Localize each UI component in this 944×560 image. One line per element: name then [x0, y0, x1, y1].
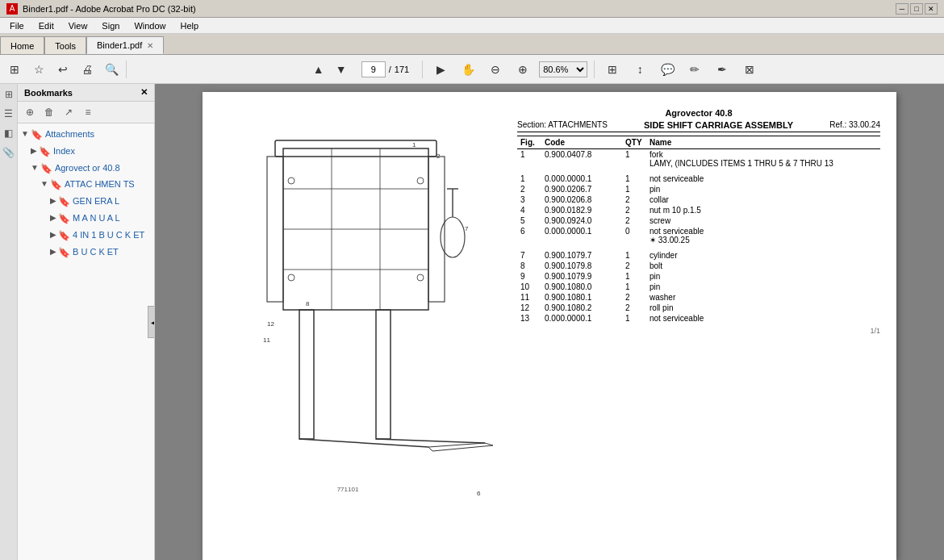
- maximize-button[interactable]: □: [910, 3, 923, 15]
- svg-rect-12: [299, 310, 314, 439]
- menu-view[interactable]: View: [62, 19, 94, 32]
- draw-button[interactable]: ✒: [711, 58, 733, 81]
- menu-window[interactable]: Window: [127, 19, 172, 32]
- bookmark-label: Attachments: [45, 128, 94, 140]
- svg-text:7: 7: [465, 225, 469, 232]
- menu-edit[interactable]: Edit: [32, 19, 61, 32]
- new-bookmark-button[interactable]: ⊕: [21, 103, 39, 121]
- cell-fig: 9: [517, 271, 541, 282]
- expand-bookmark-button[interactable]: ↗: [60, 103, 77, 121]
- fit-width-button[interactable]: ↕: [629, 58, 651, 81]
- bookmark-4in1bucket[interactable]: ▶ 🔖 4 IN 1 B U C K ET: [18, 228, 154, 244]
- bookmark-label: Agrovect or 40.8: [55, 162, 120, 173]
- expand-arrow[interactable]: ▶: [50, 212, 56, 224]
- minimize-button[interactable]: ─: [896, 3, 908, 15]
- expand-arrow[interactable]: ▼: [31, 162, 39, 173]
- expand-arrow[interactable]: ▶: [50, 246, 56, 257]
- expand-arrow[interactable]: ▶: [50, 195, 56, 207]
- pdf-table-area: Agrovector 40.8 Section: ATTACHMENTS SID…: [517, 108, 880, 495]
- bookmark-button[interactable]: ☆: [27, 58, 50, 81]
- pdf-area[interactable]: 1 2 7 8 12 11 6 13 771101 Agrov: [155, 84, 944, 560]
- cell-name: washer: [646, 292, 880, 303]
- print-button[interactable]: 🖨: [76, 58, 98, 81]
- prev-page-button[interactable]: ▲: [310, 61, 328, 78]
- bookmark-attachments[interactable]: ▼ 🔖 Attachments: [18, 127, 154, 144]
- bookmark-general[interactable]: ▶ 🔖 GEN ERA L: [18, 194, 154, 211]
- expand-arrow[interactable]: ▶: [31, 145, 37, 157]
- expand-arrow[interactable]: ▼: [40, 178, 48, 190]
- bookmark-icon: 🔖: [40, 162, 52, 176]
- bookmark-attachments2[interactable]: ▼ 🔖 ATTAC HMEN TS: [18, 177, 154, 194]
- bookmark-manual[interactable]: ▶ 🔖 M A N U A L: [18, 211, 154, 228]
- svg-line-15: [376, 439, 485, 443]
- pdf-parts-table: Fig. Code QTY Name 1 0.900.0407.8 1 fork…: [517, 136, 880, 324]
- drawing-svg: 1 2 7 8 12 11 6 13 771101: [219, 108, 509, 495]
- cell-qty: 0: [622, 226, 646, 245]
- zoom-select[interactable]: 50% 75% 80.6% 100% 125% 150% 200%: [539, 61, 587, 77]
- page-navigation: / 171: [361, 61, 409, 77]
- cell-fig: 2: [517, 184, 541, 194]
- bookmark-label: GEN ERA L: [73, 195, 119, 207]
- total-pages: 171: [395, 65, 409, 74]
- svg-marker-16: [428, 443, 493, 451]
- bookmark-index[interactable]: ▶ 🔖 Index: [18, 144, 154, 161]
- zoom-out-button[interactable]: ⊖: [484, 58, 507, 81]
- menu-sign[interactable]: Sign: [95, 19, 126, 32]
- bookmark-bucket[interactable]: ▶ 🔖 B U C K ET: [18, 244, 154, 261]
- expand-arrow[interactable]: ▼: [21, 128, 29, 140]
- zoom-in-button[interactable]: ⊕: [512, 58, 534, 81]
- table-row: 12 0.900.1080.2 2 roll pin: [517, 303, 880, 313]
- cell-name: not serviceable✶ 33.00.25: [646, 226, 880, 245]
- pdf-agrovector-label: Agrovector 40.8: [517, 108, 880, 118]
- prev-view-button[interactable]: ↩: [52, 58, 74, 81]
- tab-tools[interactable]: Tools: [44, 36, 86, 54]
- svg-text:1: 1: [412, 141, 416, 148]
- markup-button[interactable]: ✏: [683, 58, 706, 81]
- page-thumbnails-icon[interactable]: ⊞: [2, 87, 16, 102]
- search-button[interactable]: 🔍: [100, 58, 123, 81]
- cell-fig: 12: [517, 303, 541, 313]
- tab-close-icon[interactable]: ✕: [147, 41, 153, 50]
- cell-name: pin: [646, 271, 880, 282]
- cell-name: not serviceable: [646, 313, 880, 324]
- stamp-button[interactable]: ⊠: [738, 58, 761, 81]
- delete-bookmark-button[interactable]: 🗑: [40, 103, 58, 121]
- select-tool-button[interactable]: ▶: [429, 58, 452, 81]
- svg-rect-6: [267, 157, 283, 302]
- new-window-button[interactable]: ⊞: [3, 58, 26, 81]
- menu-help[interactable]: Help: [174, 19, 206, 32]
- cell-name: screw: [646, 215, 880, 226]
- table-row: 1 0.000.0000.1 1 not serviceable: [517, 173, 880, 184]
- table-row: 1 0.900.0407.8 1 forkLAMY, (INCLUDES ITE…: [517, 149, 880, 169]
- window-controls[interactable]: ─ □ ✕: [896, 3, 938, 15]
- tab-home[interactable]: Home: [0, 36, 44, 54]
- layers-icon[interactable]: ◧: [2, 126, 16, 140]
- pan-tool-button[interactable]: ✋: [457, 58, 479, 81]
- expand-arrow[interactable]: ▶: [50, 229, 56, 240]
- cell-qty: 2: [622, 303, 646, 313]
- cell-qty: 1: [622, 313, 646, 324]
- close-button[interactable]: ✕: [925, 3, 938, 15]
- bookmarks-icon[interactable]: ☰: [2, 107, 16, 121]
- table-row: 5 0.900.0924.0 2 screw: [517, 215, 880, 226]
- bookmark-agrovector[interactable]: ▼ 🔖 Agrovect or 40.8: [18, 161, 154, 178]
- comment-button[interactable]: 💬: [656, 58, 679, 81]
- cell-qty: 1: [622, 149, 646, 169]
- menu-file[interactable]: File: [3, 19, 31, 32]
- cell-fig: 1: [517, 173, 541, 184]
- attachments-icon[interactable]: 📎: [2, 145, 16, 160]
- table-row: 6 0.000.0000.1 0 not serviceable✶ 33.00.…: [517, 226, 880, 245]
- cell-fig: 7: [517, 250, 541, 261]
- table-row: 10 0.900.1080.0 1 pin: [517, 282, 880, 292]
- table-row: 9 0.900.1079.9 1 pin: [517, 271, 880, 282]
- cell-name: pin: [646, 184, 880, 194]
- cell-qty: 1: [622, 173, 646, 184]
- next-page-button[interactable]: ▼: [332, 61, 350, 78]
- tab-binder1[interactable]: Binder1.pdf ✕: [86, 36, 164, 54]
- sidebar-collapse-button[interactable]: ◀: [148, 306, 155, 338]
- fit-page-button[interactable]: ⊞: [601, 58, 624, 81]
- current-page-input[interactable]: [361, 61, 386, 77]
- sidebar-close-icon[interactable]: ✕: [140, 87, 148, 98]
- options-bookmark-button[interactable]: ≡: [79, 103, 97, 121]
- cell-name: not serviceable: [646, 173, 880, 184]
